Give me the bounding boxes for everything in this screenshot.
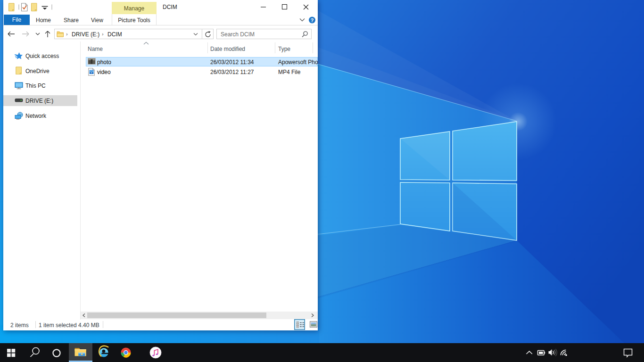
svg-text:?: ?: [311, 17, 314, 23]
